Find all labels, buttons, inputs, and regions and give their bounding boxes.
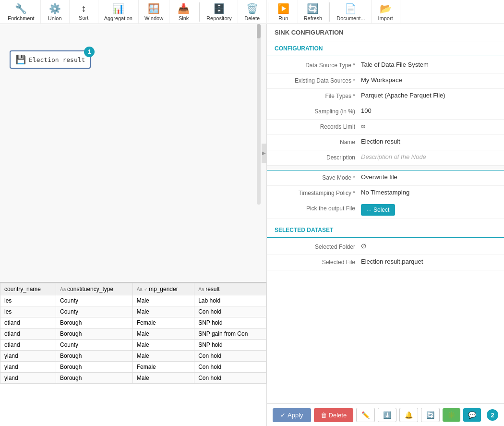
bell-button[interactable]: 🔔 xyxy=(399,408,418,422)
canvas-scrollbar[interactable] xyxy=(257,24,261,205)
label-file-types: File Types * xyxy=(275,92,361,99)
table-row: otlandCountyMaleSNP hold xyxy=(0,340,266,351)
table-row: ylandBoroughMaleCon hold xyxy=(0,351,266,362)
col-header-result[interactable]: Aa result xyxy=(194,283,266,295)
toolbar-sink[interactable]: 📥 Sink xyxy=(169,0,198,24)
table-cell: Borough xyxy=(56,351,133,362)
value-data-source-type: Tale of Data File System xyxy=(361,61,496,68)
table-header-row: country_name Aa constituency_type Aa ♂ m… xyxy=(0,283,266,295)
repository-label: Repository xyxy=(206,15,232,21)
canvas-workspace[interactable]: 💾 Election result 1 ▶ xyxy=(0,24,266,282)
toolbar-divider-1 xyxy=(199,2,200,22)
chat-icon: 💬 xyxy=(468,411,476,419)
toolbar-aggregation[interactable]: 📊 Aggregation xyxy=(98,0,139,24)
sink-icon: 📥 xyxy=(178,3,190,14)
table-cell: SNP hold xyxy=(194,340,266,351)
table-cell: otland xyxy=(0,340,56,351)
section-selected-dataset: SELECTED DATASET xyxy=(267,223,504,238)
toolbar-refresh[interactable]: 🔄 Refresh xyxy=(298,0,329,24)
aggregation-icon: 📊 xyxy=(112,3,124,14)
action-bar: ✓ Apply 🗑 Delete ✏️ ⬇️ 🔔 🔄 ✳️ xyxy=(267,403,504,426)
table-cell: Male xyxy=(132,306,194,317)
value-selected-file: Election result.parquet xyxy=(361,258,496,265)
toolbar-run[interactable]: ▶️ Run xyxy=(269,0,298,24)
table-cell: Lab hold xyxy=(194,295,266,306)
chat-button[interactable]: 💬 xyxy=(463,408,481,422)
col-header-mp-gender[interactable]: Aa ♂ mp_gender xyxy=(132,283,194,295)
toolbar-import[interactable]: 📂 Import xyxy=(372,0,400,24)
table-row: lesCountyMaleLab hold xyxy=(0,295,266,306)
select-button[interactable]: ··· Select xyxy=(361,204,395,216)
run-icon: ▶️ xyxy=(277,3,289,14)
refresh-icon: 🔄 xyxy=(307,3,319,14)
row-selected-folder: Selected Folder ∅ xyxy=(267,240,504,255)
row-sampling: Sampling (in %) 100 xyxy=(267,104,504,120)
toolbar-divider-2 xyxy=(268,2,268,22)
table-cell: yland xyxy=(0,351,56,362)
table-cell: Male xyxy=(132,340,194,351)
canvas-area: 💾 Election result 1 ▶ country_name xyxy=(0,24,266,426)
row-save-mode: Save Mode * Overwrite file xyxy=(267,170,504,186)
col-type-result: Aa xyxy=(198,287,205,292)
label-sampling: Sampling (in %) xyxy=(275,107,361,115)
node-election-result[interactable]: 💾 Election result 1 xyxy=(10,50,91,69)
toolbar-window[interactable]: 🪟 Window xyxy=(139,0,169,24)
value-existing-data-sources: My Workspace xyxy=(361,76,496,84)
table-cell: Borough xyxy=(56,329,133,340)
refresh-label: Refresh xyxy=(304,15,323,21)
refresh-action-button[interactable]: 🔄 xyxy=(421,408,440,422)
canvas-resize-handle[interactable]: ▶ xyxy=(262,144,266,163)
col-header-country-name[interactable]: country_name xyxy=(0,283,56,295)
asterisk-button[interactable]: ✳️ xyxy=(443,408,460,422)
action-badge: 2 xyxy=(487,409,498,421)
delete-label: Delete xyxy=(244,15,260,21)
union-icon: ⚙️ xyxy=(49,3,61,14)
toolbar-delete[interactable]: 🗑️ Delete xyxy=(238,0,267,24)
row-name: Name Election result xyxy=(267,135,504,150)
table-cell: Female xyxy=(132,317,194,329)
toolbar-repository[interactable]: 🗄️ Repository xyxy=(201,0,238,24)
col-header-constituency-type[interactable]: Aa constituency_type xyxy=(56,283,133,295)
table-row: otlandBoroughFemaleSNP hold xyxy=(0,317,266,329)
table-cell: Con hold xyxy=(194,362,266,373)
config-panel: SINK CONFIGURATION CONFIGURATION Data So… xyxy=(266,24,504,426)
refresh-action-icon: 🔄 xyxy=(426,411,434,419)
value-description: Description of the Node xyxy=(361,153,496,160)
panel-title: SINK CONFIGURATION xyxy=(267,24,504,41)
value-selected-folder: ∅ xyxy=(361,243,496,250)
label-save-mode: Save Mode * xyxy=(275,173,361,181)
toolbar-document[interactable]: 📄 Document... xyxy=(331,0,371,24)
select-dots-icon: ··· xyxy=(367,207,372,213)
row-records-limit: Records Limit ∞ xyxy=(267,120,504,135)
sort-label: Sort xyxy=(79,15,88,21)
table-cell: Con hold xyxy=(194,351,266,362)
download-button[interactable]: ⬇️ xyxy=(378,408,396,422)
row-selected-file: Selected File Election result.parquet xyxy=(267,255,504,270)
enrichment-icon: 🔧 xyxy=(15,3,27,14)
label-data-source-type: Data Source Type * xyxy=(275,61,361,69)
apply-button[interactable]: ✓ Apply xyxy=(273,408,311,422)
toolbar-union[interactable]: ⚙️ Union xyxy=(41,0,70,24)
row-data-source-type: Data Source Type * Tale of Data File Sys… xyxy=(267,58,504,73)
node-badge: 1 xyxy=(84,47,95,57)
delete-button[interactable]: 🗑 Delete xyxy=(314,408,354,422)
edit-button[interactable]: ✏️ xyxy=(356,408,375,422)
toolbar-sort[interactable]: ↕️ Sort xyxy=(70,0,98,24)
data-table: country_name Aa constituency_type Aa ♂ m… xyxy=(0,283,266,384)
table-row: otlandBoroughMaleSNP gain from Con xyxy=(0,329,266,340)
table-cell: Con hold xyxy=(194,373,266,384)
row-file-types: File Types * Parquet (Apache Parquet Fil… xyxy=(267,89,504,104)
label-records-limit: Records Limit xyxy=(275,122,361,130)
table-cell: les xyxy=(0,295,56,306)
table-cell: yland xyxy=(0,373,56,384)
aggregation-label: Aggregation xyxy=(104,15,132,21)
label-selected-folder: Selected Folder xyxy=(275,243,361,250)
toolbar-divider-3 xyxy=(329,2,330,22)
sort-icon: ↕️ xyxy=(81,3,86,14)
col-type-gender: Aa ♂ xyxy=(137,287,149,292)
asterisk-icon: ✳️ xyxy=(447,411,456,419)
canvas-scrollbar-thumb xyxy=(257,24,261,38)
toolbar-enrichment[interactable]: 🔧 Enrichment xyxy=(2,0,41,24)
label-existing-data-sources: Existing Data Sources * xyxy=(275,76,361,84)
enrichment-label: Enrichment xyxy=(8,15,35,21)
